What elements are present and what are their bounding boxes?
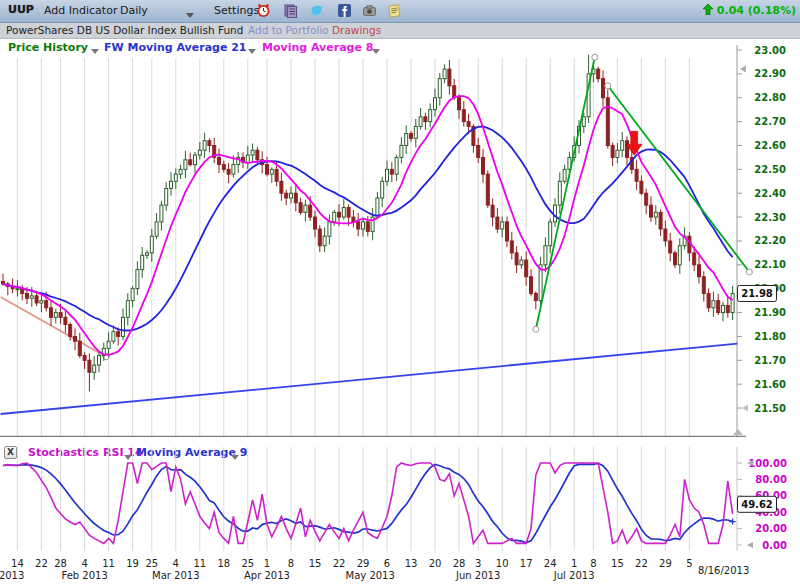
- notes-icon[interactable]: [387, 3, 402, 18]
- svg-text:21.98: 21.98: [741, 288, 773, 299]
- x-tick-label: 29: [352, 558, 374, 569]
- x-tick-label: 8: [582, 558, 604, 569]
- svg-text:22.40: 22.40: [754, 188, 786, 199]
- add-to-portfolio-link[interactable]: Add to Portfolio: [248, 24, 329, 36]
- x-tick-label: 6: [376, 558, 398, 569]
- x-axis: 1422284111925411182518152229613202831017…: [0, 557, 800, 584]
- drawing-green-trendline: [536, 57, 595, 329]
- last-point-marker: [730, 519, 736, 525]
- charting-app: UUP Add Indicator Daily Settings 0.04 (0…: [0, 0, 800, 584]
- alarm-clock-icon[interactable]: [256, 3, 271, 18]
- drawings-link[interactable]: Drawings: [332, 24, 381, 36]
- x-tick-label: 24: [539, 558, 561, 569]
- end-date-label: 8/16/2013: [698, 565, 746, 576]
- x-tick-label: 4: [74, 558, 96, 569]
- x-tick-label: 25: [141, 558, 163, 569]
- x-month-label: Feb 2013: [55, 570, 115, 581]
- price-change-readout: 0.04 (0.18%): [703, 4, 796, 18]
- svg-text:20.00: 20.00: [755, 523, 787, 534]
- svg-text:21.50: 21.50: [754, 403, 786, 414]
- x-tick-label: 11: [98, 558, 120, 569]
- x-tick-label: 14: [6, 558, 28, 569]
- svg-text:21.60: 21.60: [754, 379, 786, 390]
- svg-text:22.50: 22.50: [754, 164, 786, 175]
- x-tick-label: 11: [189, 558, 211, 569]
- svg-text:22.80: 22.80: [754, 92, 786, 103]
- x-month-label: Mar 2013: [146, 570, 206, 581]
- fund-name: PowerShares DB US Dollar Index Bullish F…: [6, 24, 243, 36]
- svg-text:21.70: 21.70: [754, 355, 786, 366]
- up-arrow-icon: [703, 4, 713, 18]
- x-tick-label: 10: [491, 558, 513, 569]
- svg-text:22.10: 22.10: [754, 259, 786, 270]
- x-tick-label: 4: [165, 558, 187, 569]
- svg-text:21.80: 21.80: [754, 331, 786, 342]
- price-axis-labels: 23.0022.9022.8022.7022.6022.5022.4022.30…: [737, 45, 786, 414]
- x-tick-label: 3: [467, 558, 489, 569]
- candles: [2, 55, 735, 392]
- svg-text:23.00: 23.00: [754, 45, 786, 56]
- svg-text:22.30: 22.30: [754, 212, 786, 223]
- svg-text:49.62: 49.62: [741, 499, 773, 510]
- price-chart-canvas[interactable]: 23.0022.9022.8022.7022.6022.5022.4022.30…: [0, 42, 800, 437]
- svg-text:22.60: 22.60: [754, 140, 786, 151]
- collapse-arrow-icon: [733, 429, 743, 435]
- x-tick-label: 29: [654, 558, 676, 569]
- camera-icon[interactable]: [362, 3, 377, 18]
- svg-text:100.00: 100.00: [748, 458, 787, 469]
- svg-text:22.90: 22.90: [754, 68, 786, 79]
- change-text: 0.04 (0.18%): [717, 4, 796, 17]
- ticker-symbol: UUP: [8, 3, 34, 16]
- x-month-label: 2013: [0, 570, 42, 581]
- drawing-green-trendline: [608, 86, 750, 272]
- x-tick-label: 18: [213, 558, 235, 569]
- indicator-chart-canvas[interactable]: 100.0080.0060.0040.0020.000.0049.62: [0, 444, 800, 557]
- svg-text:21.90: 21.90: [754, 307, 786, 318]
- x-tick-label: 15: [606, 558, 628, 569]
- axis-marker: [742, 405, 748, 412]
- x-tick-label: 8: [280, 558, 302, 569]
- toolbar: UUP Add Indicator Daily Settings 0.04 (0…: [0, 0, 800, 23]
- chevron-down-icon[interactable]: [186, 13, 194, 18]
- x-tick-label: 22: [630, 558, 652, 569]
- axis-marker: [740, 66, 746, 73]
- x-month-label: Jul 2013: [544, 570, 604, 581]
- x-month-label: May 2013: [340, 570, 400, 581]
- svg-text:22.70: 22.70: [754, 116, 786, 127]
- period-select[interactable]: Daily: [120, 4, 148, 17]
- twitter-icon[interactable]: [310, 3, 325, 18]
- drawing-drawing_salmon: [1, 297, 107, 357]
- svg-text:80.00: 80.00: [755, 474, 787, 485]
- x-tick-label: 13: [400, 558, 422, 569]
- x-tick-label: 15: [304, 558, 326, 569]
- news-icon[interactable]: [283, 3, 298, 18]
- x-tick-label: 1: [256, 558, 278, 569]
- facebook-icon[interactable]: [337, 3, 352, 18]
- x-month-label: Jun 2013: [448, 570, 508, 581]
- x-tick-label: 28: [50, 558, 72, 569]
- svg-text:22.20: 22.20: [754, 235, 786, 246]
- x-tick-label: 22: [328, 558, 350, 569]
- stochastics-line: [3, 463, 733, 543]
- x-tick-label: 17: [515, 558, 537, 569]
- subtitle-bar: PowerShares DB US Dollar Index Bullish F…: [0, 23, 800, 39]
- x-month-label: Apr 2013: [237, 570, 297, 581]
- add-indicator-button[interactable]: Add Indicator: [44, 4, 117, 17]
- x-tick-label: 20: [424, 558, 446, 569]
- svg-text:0.00: 0.00: [762, 540, 787, 551]
- settings-button[interactable]: Settings: [214, 4, 259, 17]
